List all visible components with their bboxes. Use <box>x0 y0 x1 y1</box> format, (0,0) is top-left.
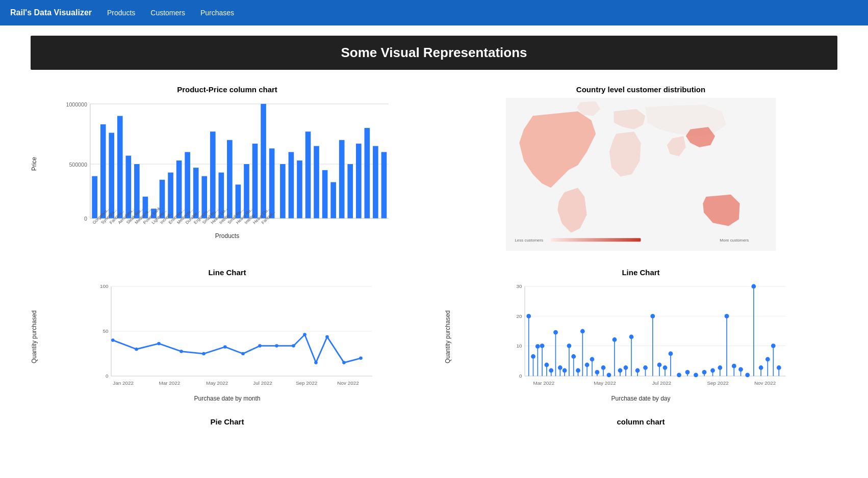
svg-rect-28 <box>269 148 275 218</box>
svg-rect-40 <box>373 146 378 219</box>
svg-point-160 <box>657 363 662 367</box>
line-chart-day-title: Line Chart <box>444 268 837 277</box>
line-chart-day-x-label: Purchase date by day <box>444 395 837 402</box>
svg-point-82 <box>157 342 161 346</box>
page-title: Some Visual Representations <box>31 36 837 70</box>
svg-text:May 2022: May 2022 <box>206 380 228 386</box>
svg-point-140 <box>595 370 600 375</box>
svg-point-86 <box>241 352 245 356</box>
svg-point-93 <box>342 361 346 364</box>
svg-point-192 <box>771 343 776 348</box>
svg-rect-21 <box>210 131 216 218</box>
svg-point-128 <box>567 343 572 348</box>
svg-point-148 <box>618 368 623 373</box>
svg-point-144 <box>607 373 611 377</box>
svg-point-94 <box>359 357 363 360</box>
svg-rect-38 <box>356 144 362 219</box>
svg-rect-29 <box>280 164 286 218</box>
svg-text:10: 10 <box>516 343 522 349</box>
svg-point-87 <box>258 344 262 348</box>
svg-point-134 <box>580 329 585 334</box>
svg-point-154 <box>635 368 640 373</box>
svg-point-120 <box>549 368 553 373</box>
svg-point-85 <box>223 346 227 349</box>
svg-point-142 <box>601 365 606 370</box>
svg-rect-41 <box>381 152 387 218</box>
svg-rect-26 <box>252 144 258 219</box>
line-chart-month-y-label: Quantity purchased <box>31 310 38 363</box>
svg-point-150 <box>624 365 628 370</box>
svg-point-164 <box>669 352 673 356</box>
svg-point-146 <box>612 337 617 342</box>
svg-text:Jan 2022: Jan 2022 <box>113 380 134 386</box>
line-chart-day-y-label: Quantity purchased <box>444 310 451 363</box>
svg-text:Jul 2022: Jul 2022 <box>253 380 272 386</box>
bar-chart-x-label: Products <box>31 232 424 240</box>
svg-rect-34 <box>322 170 328 219</box>
charts-row-2: Line Chart Quantity purchased 100 50 0 J… <box>31 268 837 402</box>
svg-point-88 <box>275 344 278 348</box>
svg-point-162 <box>663 365 668 370</box>
bar-chart-svg: 1000000 500000 0 <box>40 98 424 230</box>
svg-point-156 <box>643 365 648 370</box>
svg-rect-35 <box>330 182 336 218</box>
svg-point-130 <box>571 354 576 359</box>
svg-point-176 <box>718 365 722 370</box>
svg-point-91 <box>314 361 318 364</box>
line-chart-day-svg: 30 20 10 0 Mar 2022 May 2022 Jul 2022 Se… <box>453 281 837 393</box>
svg-point-194 <box>777 365 781 370</box>
nav-customers[interactable]: Customers <box>150 9 185 17</box>
map-svg: Less customers More customers <box>444 98 837 251</box>
nav-purchases[interactable]: Purchases <box>200 9 234 17</box>
svg-point-83 <box>180 350 183 353</box>
svg-point-81 <box>135 348 138 351</box>
svg-point-174 <box>710 368 715 373</box>
column-chart2-container: column chart <box>444 417 837 430</box>
svg-rect-32 <box>305 131 311 218</box>
svg-point-158 <box>650 314 655 318</box>
svg-text:Mar 2022: Mar 2022 <box>533 380 555 386</box>
svg-text:0: 0 <box>106 373 109 379</box>
svg-text:0: 0 <box>519 373 522 379</box>
svg-text:50: 50 <box>103 328 109 334</box>
svg-text:500000: 500000 <box>69 162 87 168</box>
svg-point-112 <box>531 354 535 359</box>
svg-rect-39 <box>365 128 370 218</box>
charts-row-1: Product-Price column chart Price 1000000… <box>31 85 837 253</box>
svg-text:20: 20 <box>516 313 522 319</box>
svg-point-170 <box>694 373 698 377</box>
navbar: Rail's Data Visualizer Products Customer… <box>0 0 868 25</box>
map-chart-container: Country level customer distribution <box>444 85 837 253</box>
line-chart-month-title: Line Chart <box>31 268 424 277</box>
svg-point-184 <box>745 373 750 377</box>
line-chart-month-x-label: Purchase date by month <box>31 395 424 402</box>
svg-rect-10 <box>117 116 123 218</box>
svg-point-188 <box>759 365 763 370</box>
map-chart-title: Country level customer distribution <box>444 85 837 94</box>
svg-rect-23 <box>227 140 233 219</box>
svg-rect-9 <box>109 133 114 219</box>
svg-point-138 <box>590 357 595 362</box>
line-chart-month-container: Line Chart Quantity purchased 100 50 0 J… <box>31 268 424 402</box>
svg-text:Jul 2022: Jul 2022 <box>652 380 671 386</box>
main-content: Some Visual Representations Product-Pric… <box>0 25 868 450</box>
svg-rect-8 <box>100 124 106 218</box>
svg-point-180 <box>732 364 736 368</box>
svg-point-152 <box>629 335 634 339</box>
svg-point-182 <box>738 367 743 371</box>
svg-point-84 <box>202 352 206 356</box>
svg-point-116 <box>540 343 545 348</box>
bar-chart-title: Product-Price column chart <box>31 85 424 94</box>
nav-products[interactable]: Products <box>107 9 135 17</box>
svg-point-178 <box>725 314 729 318</box>
column-chart2-title: column chart <box>444 417 837 426</box>
svg-text:May 2022: May 2022 <box>594 380 616 386</box>
svg-text:Sep 2022: Sep 2022 <box>296 380 317 386</box>
svg-point-190 <box>765 357 770 362</box>
svg-point-114 <box>535 344 540 349</box>
svg-point-90 <box>303 333 307 336</box>
svg-point-80 <box>111 338 115 342</box>
svg-rect-7 <box>92 176 97 219</box>
svg-rect-36 <box>339 140 345 219</box>
svg-point-124 <box>558 365 563 370</box>
